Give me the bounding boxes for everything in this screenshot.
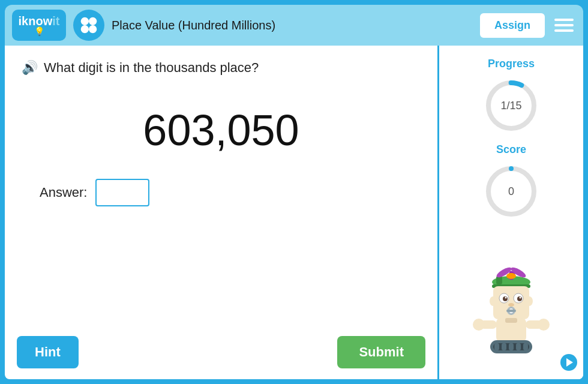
svg-rect-29 (505, 318, 517, 323)
hint-button[interactable]: Hint (17, 336, 79, 368)
bottom-buttons: Hint Submit (17, 336, 425, 368)
svg-point-3 (89, 25, 97, 33)
svg-point-11 (506, 273, 516, 279)
svg-point-31 (473, 319, 485, 331)
score-circle: 0 (484, 164, 538, 218)
next-arrow-icon (559, 353, 578, 372)
svg-point-0 (81, 17, 89, 25)
logo-text: iknowit (19, 15, 60, 27)
stats-panel: Progress 1/15 Score 0 (439, 46, 583, 379)
svg-rect-37 (502, 343, 506, 350)
activity-icon (73, 10, 104, 41)
score-value: 0 (508, 185, 514, 198)
robot-svg (463, 265, 559, 367)
main-content: 🔊 What digit is in the thousands place? … (5, 46, 583, 379)
robot-character (463, 235, 559, 367)
score-label: Score (496, 143, 526, 156)
progress-circle: 1/15 (484, 79, 538, 133)
submit-button[interactable]: Submit (337, 336, 425, 368)
question-area: 🔊 What digit is in the thousands place? (22, 60, 421, 76)
question-text: What digit is in the thousands place? (44, 60, 259, 76)
number-display: 603,050 (22, 106, 421, 155)
answer-label: Answer: (40, 185, 87, 200)
hamburger-line (554, 29, 574, 32)
svg-rect-38 (509, 343, 514, 350)
svg-point-27 (526, 296, 533, 306)
svg-rect-39 (516, 343, 521, 350)
header-bar: iknowit 💡 Place Value (Hundred Millions)… (5, 5, 583, 46)
logo: iknowit 💡 (12, 10, 66, 41)
hamburger-line (554, 24, 574, 26)
svg-point-2 (81, 25, 89, 33)
logo-bulb-icon: 💡 (34, 27, 44, 35)
question-panel: 🔊 What digit is in the thousands place? … (5, 46, 439, 379)
activity-title: Place Value (Hundred Millions) (112, 19, 473, 32)
assign-button[interactable]: Assign (480, 13, 545, 38)
dots-icon (77, 14, 100, 37)
answer-input[interactable] (95, 179, 149, 206)
menu-button[interactable] (552, 16, 576, 34)
svg-point-26 (490, 296, 497, 306)
svg-point-1 (89, 17, 97, 25)
svg-point-20 (505, 297, 507, 299)
svg-rect-36 (494, 343, 499, 350)
svg-point-33 (538, 319, 550, 331)
hamburger-line (554, 19, 574, 21)
svg-rect-40 (523, 343, 528, 350)
progress-label: Progress (488, 58, 535, 70)
progress-value: 1/15 (500, 100, 521, 112)
svg-point-22 (508, 303, 514, 307)
answer-area: Answer: (40, 179, 421, 206)
svg-point-21 (520, 297, 521, 299)
nav-arrow[interactable] (559, 353, 578, 374)
speaker-icon[interactable]: 🔊 (22, 60, 38, 76)
svg-rect-25 (506, 310, 516, 312)
